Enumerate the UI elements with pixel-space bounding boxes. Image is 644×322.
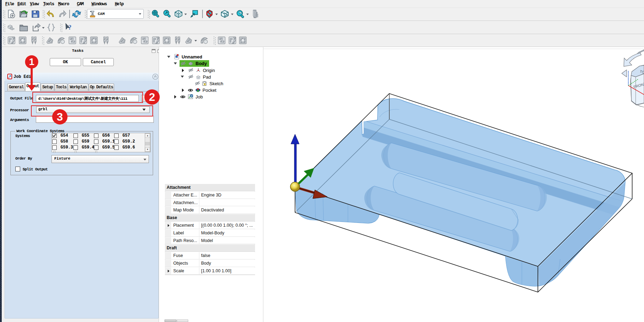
- svg-text:?: ?: [68, 24, 72, 31]
